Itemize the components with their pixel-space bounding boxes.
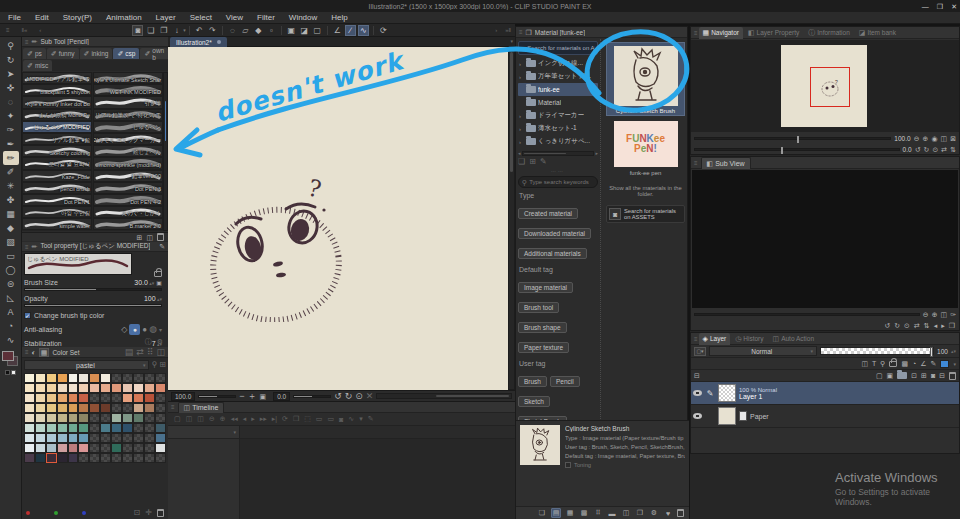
timeline-icon-1[interactable]: ◫	[186, 415, 193, 423]
tree-node-[interactable]: ›インク切れ線...	[518, 57, 598, 70]
color-swatch[interactable]	[111, 453, 122, 463]
color-swatch[interactable]	[68, 393, 79, 403]
color-swatch[interactable]	[57, 383, 68, 393]
layer-list-mode-icon[interactable]: ⊟	[694, 372, 700, 380]
timeline-icon-14[interactable]: ▭	[327, 415, 334, 423]
blend-mode-select[interactable]: Normal▾	[709, 346, 817, 356]
gradient-tool-icon[interactable]: ▧	[3, 235, 19, 249]
import-palette-icon[interactable]: ⊡	[134, 509, 141, 517]
ellipse-figure-tool-icon[interactable]: ◯	[3, 263, 19, 277]
color-swatch[interactable]	[68, 383, 79, 393]
tree-node-[interactable]: ›くっきりガサペ...	[518, 135, 598, 148]
navigator-rotate-icon-4[interactable]: ⇅	[950, 146, 956, 154]
navigator-rotate-slider[interactable]	[694, 148, 900, 151]
brush-item[interactable]: Dot PEN 4-2	[93, 194, 163, 206]
timeline-icon-0[interactable]: ▢	[174, 415, 181, 423]
snap-special-ruler-icon[interactable]: ∕	[345, 25, 356, 36]
panel-menu-icon[interactable]: ≡	[25, 39, 29, 45]
timeline-icon-10[interactable]: ⟳	[282, 415, 288, 423]
brush-item[interactable]: 아잉 수인칩	[22, 206, 92, 218]
color-swatch[interactable]	[133, 423, 144, 433]
color-swatch[interactable]	[111, 403, 122, 413]
object-tool-icon[interactable]: ➤	[3, 67, 19, 81]
rotate-right-icon[interactable]: ↻	[345, 392, 353, 401]
brush-size-unit-icon[interactable]: ▣	[156, 280, 162, 286]
palette-add-icon[interactable]: ⊞	[159, 361, 166, 369]
layer-row-paper[interactable]: Paper	[691, 405, 959, 428]
menu-file[interactable]: File	[8, 13, 21, 22]
timeline-track-select[interactable]: ▾	[168, 426, 240, 438]
layer-opacity-slider[interactable]	[820, 347, 934, 355]
color-swatch[interactable]	[122, 383, 133, 393]
layer-command-icon-6[interactable]: ⊟	[939, 372, 945, 379]
tree-node-[interactable]: ›万年筆セット 風...	[518, 70, 598, 83]
pencil-tool-icon[interactable]: ✏	[3, 151, 19, 165]
color-swatch[interactable]	[89, 423, 100, 433]
color-swatch[interactable]	[144, 373, 155, 383]
color-swatch[interactable]	[122, 413, 133, 423]
brush-size-value[interactable]: 30.0	[134, 279, 148, 286]
brush-item[interactable]: MODIFIED リアル鉛筆 干	[22, 72, 92, 84]
figure-tool-icon[interactable]: ▦	[3, 207, 19, 221]
color-swatch[interactable]	[122, 403, 133, 413]
color-swatch[interactable]	[100, 443, 111, 453]
color-swatch[interactable]	[46, 443, 57, 453]
color-swatch[interactable]	[155, 443, 166, 453]
color-history-icon[interactable]: ▤	[125, 348, 134, 357]
brush-item[interactable]: リアル鉛筆改 そ-特化気 干	[93, 109, 163, 121]
color-swatch[interactable]	[155, 403, 166, 413]
select-shape-icon[interactable]: ▱	[240, 25, 251, 36]
white-swatch[interactable]	[11, 370, 16, 375]
color-swatch[interactable]	[111, 383, 122, 393]
eyedropper-tool-icon[interactable]: ✑	[3, 123, 19, 137]
timeline-icon-13[interactable]: ▭	[316, 415, 323, 423]
navigator-preview[interactable]: ?	[691, 40, 959, 132]
navigator-zoom-icon-4[interactable]: ⊠	[950, 135, 956, 143]
color-swatch[interactable]	[68, 403, 79, 413]
color-set-icon[interactable]: ▦	[39, 348, 50, 357]
rotate-canvas-tool-icon[interactable]: ↻	[3, 53, 19, 67]
color-swatch[interactable]	[155, 373, 166, 383]
color-swatch[interactable]	[133, 383, 144, 393]
brush-item[interactable]: まんが原稿 Mono Pe	[22, 109, 92, 121]
color-swatch[interactable]	[133, 433, 144, 443]
color-compare-icon[interactable]: ⇄	[136, 348, 144, 357]
new-file-icon[interactable]: ❏	[145, 25, 156, 36]
color-swatch[interactable]	[68, 423, 79, 433]
brush-item[interactable]: B.marker 2.0	[93, 218, 163, 230]
color-swatch[interactable]	[144, 453, 155, 463]
filter-tag-brush-tool[interactable]: Brush tool	[518, 302, 559, 313]
color-swatch[interactable]	[78, 383, 89, 393]
menu-view[interactable]: View	[226, 13, 243, 22]
canvas-viewport[interactable]: ?	[168, 47, 508, 390]
polyline-tool-icon[interactable]: ◺	[3, 291, 19, 305]
color-swatch[interactable]	[100, 403, 111, 413]
filter-tag-paper-texture[interactable]: Paper texture	[518, 342, 569, 353]
maximize-button[interactable]: ❐	[937, 3, 943, 10]
duplicate-subtool-icon[interactable]: ◫	[146, 234, 153, 241]
sub-view-tool-icon-6[interactable]: ▸	[941, 322, 945, 330]
color-swatch[interactable]	[133, 443, 144, 453]
menu-edit[interactable]: Edit	[35, 13, 49, 22]
brush-item[interactable]: 鉛筆ver1.00	[93, 170, 163, 182]
timeline-icon-8[interactable]: ▸▸	[260, 415, 267, 423]
menu-filter[interactable]: Filter	[257, 13, 275, 22]
brush-item[interactable]: じゅるペン MODIFIED	[22, 121, 92, 133]
timeline-icon-16[interactable]: ∿	[348, 415, 354, 423]
reset-view-icon[interactable]: ✕	[366, 392, 374, 401]
brush-item[interactable]: Marker2/カモミ コミックマーカー	[93, 133, 163, 145]
color-swatch[interactable]	[89, 443, 100, 453]
color-swatch[interactable]	[35, 383, 46, 393]
color-swatch[interactable]	[68, 443, 79, 453]
black-swatch[interactable]	[5, 370, 10, 375]
layer-property-icon-5[interactable]: ◔	[912, 360, 916, 367]
tab-layer[interactable]: ◈Layer	[699, 333, 731, 345]
layer-color-chevron-icon[interactable]: ▾	[953, 361, 956, 367]
brush-item[interactable]: 로라일 별 묘화시	[22, 157, 92, 169]
zoom-value[interactable]: 100.0	[171, 392, 195, 401]
sub-view-icon-1[interactable]: ⊕	[932, 311, 938, 319]
color-swatch[interactable]	[57, 413, 68, 423]
color-swatch[interactable]	[144, 443, 155, 453]
color-swatch[interactable]	[46, 433, 57, 443]
color-swatch[interactable]	[78, 423, 89, 433]
